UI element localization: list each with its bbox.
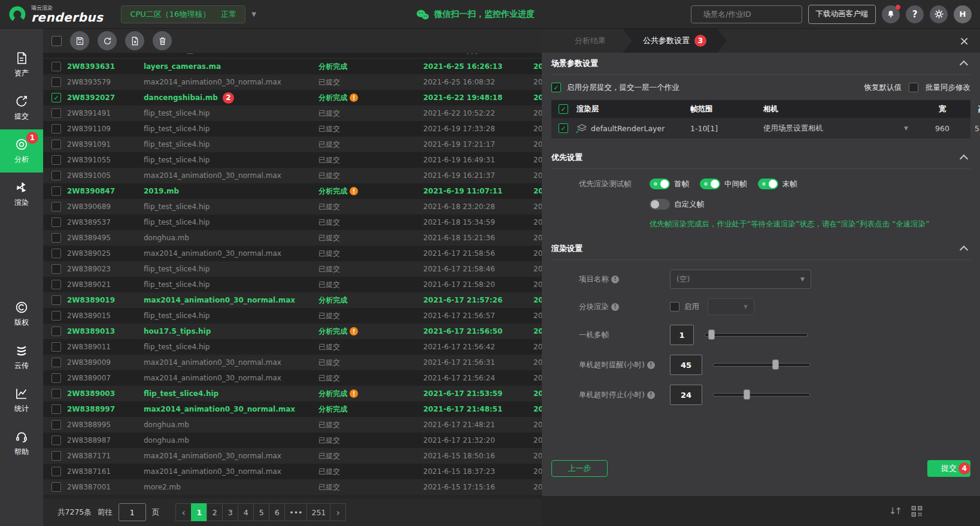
table-row[interactable]: 2W83908472019.mb分析完成!2021-6-19 11:07:112… — [43, 183, 542, 199]
reanalyze-button[interactable] — [98, 31, 117, 50]
save-job-button[interactable] — [70, 31, 89, 50]
transfer-list-icon[interactable]: ↓↑ — [889, 506, 900, 516]
timeout-remind-input[interactable] — [670, 355, 702, 375]
row-checkbox[interactable] — [51, 342, 61, 352]
tab-analysis-result[interactable]: 分析结果 — [575, 35, 606, 46]
sidebar-item-render[interactable]: 渲染 — [0, 173, 43, 216]
table-row[interactable]: ✓2W8392027dancengshibai.mb2分析完成!2021-6-2… — [43, 90, 542, 105]
cancel-job-button[interactable] — [125, 31, 144, 50]
slider-handle[interactable] — [772, 359, 779, 370]
cluster-zone-selector[interactable]: CPU二区（16物理核） 正常 — [121, 5, 245, 23]
row-checkbox[interactable] — [51, 404, 61, 414]
page-button[interactable]: 251 — [307, 503, 330, 521]
page-button[interactable]: 3 — [222, 503, 238, 521]
project-name-select[interactable]: (空) ▼ — [670, 270, 811, 289]
first-frame-toggle[interactable] — [650, 179, 670, 189]
select-all-checkbox[interactable] — [51, 36, 62, 46]
submit-button[interactable]: 提交 4 — [927, 460, 970, 477]
row-checkbox[interactable] — [51, 482, 61, 492]
wechat-banner[interactable]: 微信扫一扫，监控作业进度 — [416, 0, 535, 29]
table-row[interactable]: 2W8393631layers_cameras.ma分析完成2021-6-25 … — [43, 59, 542, 74]
custom-frame-toggle[interactable] — [650, 199, 670, 210]
timeout-remind-slider[interactable] — [713, 363, 810, 367]
table-row[interactable]: 2W8388987donghua.mb已提交2021-6-17 21:32:20… — [43, 433, 542, 448]
slider-handle[interactable] — [708, 329, 715, 340]
download-client-button[interactable]: 下载动画客户端 — [808, 5, 876, 24]
row-checkbox[interactable] — [51, 358, 61, 367]
chevron-up-icon[interactable] — [960, 61, 968, 69]
notifications-button[interactable] — [882, 5, 900, 23]
page-button[interactable]: 4 — [238, 503, 254, 521]
sidebar-item-cloud-transfer[interactable]: 云传 — [0, 335, 43, 379]
sidebar-item-copyright[interactable]: 版权 — [0, 292, 43, 335]
zone-dropdown-caret-icon[interactable]: ▼ — [251, 11, 256, 17]
row-checkbox[interactable] — [51, 124, 61, 134]
layer-select-all-checkbox[interactable]: ✓ — [559, 104, 568, 114]
goto-page-input[interactable] — [119, 503, 146, 521]
brand-logo[interactable]: 瑞云渲染 renderbus — [8, 5, 103, 23]
layered-submit-checkbox[interactable]: ✓ — [551, 83, 561, 92]
page-button[interactable]: 1 — [191, 503, 207, 521]
layer-table-row[interactable]: ✓ ✓ defaultRenderLayer 1-10[1] 使用场景设置相机 … — [551, 118, 970, 138]
chevron-up-icon[interactable] — [960, 246, 968, 254]
row-checkbox[interactable] — [51, 311, 61, 321]
height-value[interactable]: 540 — [962, 124, 980, 133]
row-checkbox[interactable]: ✓ — [51, 93, 61, 102]
sidebar-item-help[interactable]: 帮助 — [0, 422, 43, 465]
table-row[interactable]: 2W8389023flip_test_slice4.hip已提交2021-6-1… — [43, 261, 542, 277]
frame-range-value[interactable]: 1-10[1] — [690, 124, 763, 133]
last-frame-toggle[interactable] — [758, 179, 778, 189]
table-row[interactable]: 2W8387161max2014_animation0_30_normal.ma… — [43, 464, 542, 479]
settings-button[interactable] — [930, 5, 948, 23]
user-avatar[interactable]: H — [954, 5, 972, 23]
table-row[interactable]: 2W8387001more2.mb已提交2021-6-15 17:15:1620 — [43, 479, 542, 495]
table-row[interactable]: 2W8389025max2014_animation0_30_normal.ma… — [43, 246, 542, 261]
row-checkbox[interactable] — [51, 155, 61, 165]
table-row[interactable]: 2W8391005max2014_animation0_30_normal.ma… — [43, 168, 542, 183]
row-checkbox[interactable] — [51, 264, 61, 274]
prev-page-button[interactable]: ‹ — [175, 503, 192, 521]
page-button[interactable]: 5 — [253, 503, 269, 521]
row-checkbox[interactable] — [51, 467, 61, 476]
table-row[interactable]: 2W8389007max2014_animation0_30_normal.ma… — [43, 370, 542, 386]
table-row[interactable]: 2W8389013hou17.5_tips.hip分析完成!2021-6-17 … — [43, 324, 542, 339]
search-input[interactable] — [702, 9, 798, 19]
table-row[interactable]: 2W8389537flip_test_slice4.hip已提交2021-6-1… — [43, 214, 542, 230]
table-row[interactable]: 2W8388997max2014_animation0_30_normal.ma… — [43, 401, 542, 417]
table-row[interactable]: 2W8391055flip_test_slice4.hip已提交2021-6-1… — [43, 152, 542, 168]
row-checkbox[interactable] — [51, 327, 61, 336]
width-value[interactable]: 960 — [923, 124, 962, 133]
chevron-up-icon[interactable] — [960, 155, 968, 163]
table-row[interactable]: 2W8391491flip_test_slice4.hip已提交2021-6-2… — [43, 105, 542, 121]
table-row[interactable]: 2W8387171max2014_animation0_30_normal.ma… — [43, 448, 542, 464]
row-checkbox[interactable] — [51, 373, 61, 383]
global-search[interactable] — [691, 5, 802, 23]
priority-section-header[interactable]: 优先设置 — [551, 147, 970, 169]
sidebar-item-statistics[interactable]: 统计 — [0, 379, 43, 422]
camera-select[interactable]: 使用场景设置相机 ▼ — [763, 123, 923, 134]
table-row[interactable]: 2W8389495donghua.mb已提交2021-6-18 15:21:36… — [43, 230, 542, 246]
row-checkbox[interactable] — [51, 186, 61, 196]
table-row[interactable]: 2W8390689flip_test_slice4.hip已提交2021-6-1… — [43, 199, 542, 214]
table-row[interactable]: 2W8389009max2014_animation0_30_normal.ma… — [43, 355, 542, 370]
table-row[interactable]: 2W8393579max2014_animation0_30_normal.ma… — [43, 74, 542, 90]
close-icon[interactable]: × — [959, 35, 969, 47]
next-page-button[interactable]: › — [330, 503, 346, 521]
scene-params-section-header[interactable]: 场景参数设置 — [551, 53, 970, 75]
table-row[interactable]: 2W8389021flip_test_slice4.hip已提交2021-6-1… — [43, 277, 542, 292]
layer-row-checkbox[interactable]: ✓ — [559, 123, 568, 133]
table-row[interactable]: 2W8388995donghua.mb已提交2021-6-17 21:48:21… — [43, 417, 542, 433]
block-count-select[interactable]: ▼ — [708, 298, 754, 315]
row-checkbox[interactable] — [51, 280, 61, 289]
sidebar-item-assets[interactable]: 资产 — [0, 43, 43, 86]
row-checkbox[interactable] — [51, 171, 61, 180]
table-row[interactable]: 2W8389015flip_test_slice4.hip已提交2021-6-1… — [43, 308, 542, 324]
tab-common-params[interactable]: 公共参数设置 3 — [623, 29, 727, 53]
block-render-checkbox[interactable] — [670, 302, 679, 312]
slider-handle[interactable] — [744, 389, 750, 400]
restore-defaults-link[interactable]: 恢复默认值 — [864, 83, 902, 93]
row-checkbox[interactable] — [51, 436, 61, 445]
row-checkbox[interactable] — [51, 202, 61, 211]
row-checkbox[interactable] — [51, 108, 61, 118]
middle-frame-toggle[interactable] — [700, 179, 720, 189]
